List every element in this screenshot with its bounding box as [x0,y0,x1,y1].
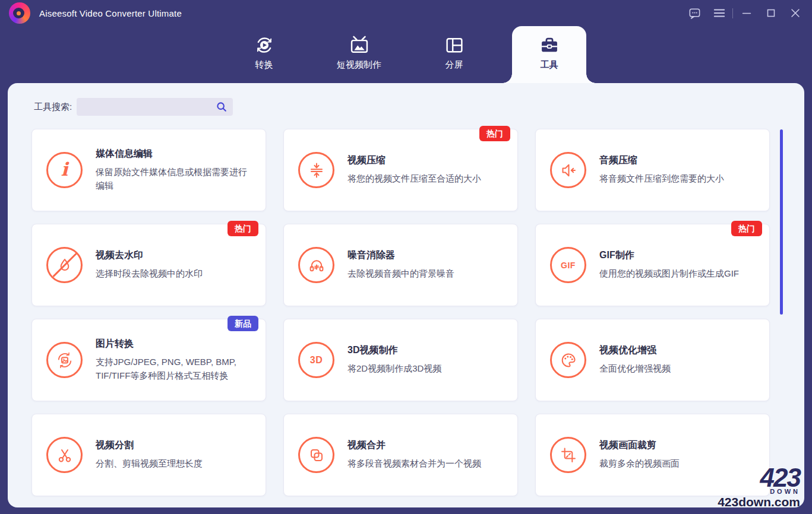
tool-card-noise-remover[interactable]: 噪音消除器 去除视频音频中的背景噪音 [283,224,518,306]
feedback-bubble-icon[interactable] [683,0,707,26]
convert-icon [254,34,275,56]
tool-desc: 支持JPG/JPEG, PNG, WEBP, BMP, TIF/TIFF等多种图… [96,356,254,382]
tab-split-screen-label: 分屏 [446,59,463,71]
tool-title: 噪音消除器 [347,249,454,262]
tool-desc: 裁剪多余的视频画面 [599,457,680,471]
tool-search-row: 工具搜索: [34,98,228,116]
tab-short-video[interactable]: 短视频制作 [322,26,396,83]
tool-card-video-split[interactable]: 视频分割 分割、剪辑视频至理想长度 [31,414,266,496]
tool-title: 媒体信息编辑 [96,148,254,160]
tab-convert[interactable]: 转换 [227,26,301,83]
tool-title: GIF制作 [599,249,739,262]
media-info-icon: i [46,152,83,188]
tool-desc: 将您的视频文件压缩至合适的大小 [347,172,481,186]
watermark-423: 423 [718,465,800,491]
tool-card-image-convert[interactable]: 新品 图片转换 支持JPG/JPEG, PNG, WEBP, BMP, TIF/… [31,319,266,401]
tool-title: 视频去水印 [96,249,203,262]
search-icon[interactable] [215,100,228,113]
tool-title: 音频压缩 [599,154,724,167]
app-logo-icon [9,2,30,24]
tab-short-video-label: 短视频制作 [337,59,381,71]
split-screen-icon [444,34,465,56]
tool-desc: 选择时段去除视频中的水印 [96,267,203,281]
video-crop-icon [550,437,586,473]
tool-desc: 将多段音视频素材合并为一个视频 [347,457,481,471]
hot-badge: 热门 [228,221,258,236]
video-merge-icon [298,437,334,473]
image-convert-icon [46,342,83,378]
tool-desc: 去除视频音频中的背景噪音 [347,267,454,281]
watermark-site: 423down.com [718,496,800,508]
tool-title: 视频分割 [96,439,203,452]
search-label: 工具搜索: [34,101,72,113]
tool-desc: 将音频文件压缩到您需要的大小 [599,172,724,186]
menu-icon[interactable] [707,0,731,26]
3d-video-icon: 3D [298,342,334,378]
tool-card-media-info[interactable]: i 媒体信息编辑 保留原始文件媒体信息或根据需要进行编辑 [31,129,266,211]
tool-card-watermark-remove[interactable]: 热门 视频去水印 选择时段去除视频中的水印 [31,224,266,306]
tool-desc: 全面优化增强视频 [599,362,671,376]
tool-title: 视频合并 [347,439,481,452]
watermark: 423 DOWN 423down.com [718,465,800,508]
tab-tools[interactable]: 工具 [512,26,586,83]
noise-remover-icon [298,247,334,283]
tool-desc: 分割、剪辑视频至理想长度 [96,457,203,471]
new-badge: 新品 [228,316,258,331]
window-controls [683,0,807,26]
tool-desc: 使用您的视频或图片制作或生成GIF [599,267,739,281]
tab-split-screen[interactable]: 分屏 [417,26,491,83]
tab-convert-label: 转换 [255,59,273,71]
video-compress-icon [298,152,334,188]
vertical-scrollbar[interactable] [780,129,783,315]
tool-desc: 将2D视频制作成3D视频 [347,362,441,376]
tab-tools-label: 工具 [541,59,558,71]
maximize-icon[interactable] [759,0,783,26]
tool-card-3d-video[interactable]: 3D 3D视频制作 将2D视频制作成3D视频 [283,319,518,401]
titlebar: Aiseesoft Video Converter Ultimate [0,0,812,26]
main-nav: 转换 短视频制作 分屏 [227,26,586,83]
watermark-down: DOWN [718,488,800,495]
tools-panel: 工具搜索: i 媒体信息编辑 保留原始文件媒体信息或根据需要进行编辑 热门 [8,83,804,507]
tool-title: 视频压缩 [347,154,481,167]
close-icon[interactable] [783,0,807,26]
tool-title: 3D视频制作 [347,344,441,357]
video-split-icon [46,437,83,473]
watermark-remove-icon [46,247,83,283]
tool-card-video-compress[interactable]: 热门 视频压缩 将您的视频文件压缩至合适的大小 [283,129,518,211]
tool-card-audio-compress[interactable]: 音频压缩 将音频文件压缩到您需要的大小 [535,129,770,211]
tools-grid: i 媒体信息编辑 保留原始文件媒体信息或根据需要进行编辑 热门 [31,129,770,496]
tool-card-video-enhance[interactable]: 视频优化增强 全面优化增强视频 [535,319,770,401]
video-enhance-icon [550,342,586,378]
toolbox-icon [539,34,560,56]
controls-separator [732,8,733,18]
tool-card-video-merge[interactable]: 视频合并 将多段音视频素材合并为一个视频 [283,414,518,496]
hot-badge: 热门 [731,221,762,236]
minimize-icon[interactable] [734,0,759,26]
tool-title: 视频画面裁剪 [599,439,680,452]
audio-compress-icon [550,152,586,188]
tool-title: 图片转换 [96,338,254,350]
tool-card-gif-maker[interactable]: 热门 GIF GIF制作 使用您的视频或图片制作或生成GIF [535,224,770,306]
hot-badge: 热门 [479,126,510,141]
short-video-icon [349,34,370,56]
tool-desc: 保留原始文件媒体信息或根据需要进行编辑 [96,166,254,192]
tool-title: 视频优化增强 [599,344,671,357]
app-title: Aiseesoft Video Converter Ultimate [39,8,182,18]
search-input[interactable] [77,98,233,116]
gif-maker-icon: GIF [550,247,586,283]
